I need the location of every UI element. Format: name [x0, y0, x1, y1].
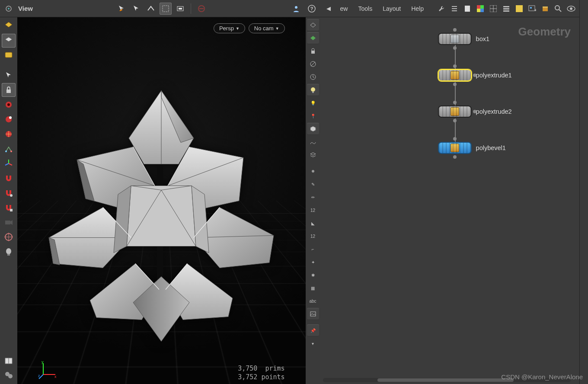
network-toolbar: ◀ ew Tools Layout Help + — [320, 0, 579, 17]
tool-paint[interactable] — [2, 48, 16, 62]
user-icon[interactable] — [290, 3, 302, 15]
tool-lock[interactable] — [2, 83, 16, 97]
node-box1[interactable]: box1 — [438, 33, 489, 45]
do-lock-icon[interactable] — [307, 45, 319, 57]
select-visible-icon[interactable] — [130, 3, 142, 15]
do-marker-icon[interactable]: 📌 — [307, 324, 319, 336]
chevron-down-icon: ▼ — [236, 26, 240, 31]
do-pen-icon[interactable]: ✏ — [307, 191, 319, 203]
node-polyextrude2[interactable]: polyextrude2 — [438, 106, 512, 118]
pane-gutter — [579, 0, 588, 384]
do-dot-icon[interactable] — [307, 165, 319, 177]
tool-book[interactable] — [2, 354, 16, 368]
svg-point-66 — [311, 87, 315, 92]
do-ghost-icon[interactable] — [307, 32, 319, 44]
svg-rect-23 — [10, 209, 13, 211]
area-select-icon[interactable] — [160, 3, 172, 15]
svg-point-15 — [9, 116, 12, 119]
do-graph-icon[interactable]: ✱ — [307, 269, 319, 281]
tool-light[interactable] — [2, 245, 16, 259]
node-label: polyextrude2 — [476, 108, 512, 115]
snapshot-icon[interactable] — [174, 3, 186, 15]
tool-shader[interactable] — [2, 19, 16, 33]
tool-camera[interactable] — [2, 215, 16, 229]
tool-magnet2[interactable] — [2, 186, 16, 200]
do-angle-icon[interactable]: ⌐ — [307, 243, 319, 255]
table-icon[interactable] — [488, 3, 499, 14]
menu-tools[interactable]: Tools — [354, 3, 377, 14]
do-curve-icon[interactable] — [307, 136, 319, 148]
tool-magnet3[interactable] — [2, 201, 16, 214]
do-bulb-plus-icon[interactable]: 💡 — [307, 97, 319, 109]
tool-snap-red3[interactable] — [2, 127, 16, 141]
do-brush-icon[interactable]: ✎ — [307, 178, 319, 190]
tool-snap-red1[interactable] — [2, 98, 16, 112]
svg-rect-10 — [5, 52, 12, 58]
tree-icon[interactable] — [501, 3, 512, 14]
network-pane: ◀ ew Tools Layout Help + Geometry — [320, 0, 588, 384]
node-polyextrude1[interactable]: polyextrude1 — [438, 69, 512, 81]
view-menu-icon[interactable] — [3, 3, 15, 15]
svg-rect-79 — [503, 8, 509, 10]
svg-rect-82 — [529, 6, 535, 11]
svg-point-83 — [530, 7, 532, 9]
viewport-3d[interactable]: Persp▼ No cam▼ — [17, 17, 306, 384]
chevron-down-icon: ▼ — [275, 26, 279, 31]
do-layers-icon[interactable] — [307, 149, 319, 161]
wrench-icon[interactable] — [436, 3, 447, 14]
svg-marker-49 — [127, 186, 196, 246]
doc-icon[interactable] — [462, 3, 473, 14]
do-wireframe-icon[interactable] — [307, 19, 319, 31]
do-xray-icon[interactable] — [307, 58, 319, 70]
do-num12b-icon[interactable]: 12 — [307, 230, 319, 242]
help-icon[interactable]: ? — [306, 3, 318, 15]
menu-help[interactable]: Help — [407, 3, 428, 14]
svg-rect-24 — [5, 221, 10, 224]
svg-text:+: + — [534, 8, 536, 12]
select-mode-icon[interactable] — [115, 3, 128, 15]
do-abc-icon[interactable]: abc — [307, 295, 319, 307]
nav-back-icon[interactable]: ◀ — [323, 3, 334, 14]
node-polybevel1[interactable]: polybevel1 — [438, 142, 506, 154]
watermark: CSDN @Karon_NeverAlone — [501, 373, 583, 381]
svg-rect-29 — [7, 254, 10, 256]
do-caret-icon[interactable]: ▾ — [307, 337, 319, 349]
do-bulb-icon[interactable] — [307, 84, 319, 96]
tool-align[interactable] — [2, 142, 16, 156]
search-icon[interactable] — [553, 3, 564, 14]
package-icon[interactable] — [540, 3, 551, 14]
tool-snap-red2[interactable] — [2, 112, 16, 126]
camera-dropdown[interactable]: No cam▼ — [249, 23, 285, 33]
do-image-icon[interactable] — [307, 308, 319, 320]
grid-color-icon[interactable] — [475, 3, 486, 14]
do-box-icon[interactable]: ▦ — [307, 282, 319, 294]
network-canvas[interactable]: Geometry box1 polyextrude1 pol — [320, 17, 579, 384]
do-num12a-icon[interactable]: 12 — [307, 204, 319, 216]
network-context-title: Geometry — [518, 25, 571, 38]
image-add-icon[interactable]: + — [527, 3, 538, 14]
svg-rect-69 — [310, 312, 316, 316]
menu-ew[interactable]: ew — [336, 3, 352, 14]
eye-icon[interactable] — [566, 3, 577, 14]
do-net-icon[interactable]: ✦ — [307, 256, 319, 268]
list-icon[interactable] — [449, 3, 460, 14]
do-cube-icon[interactable] — [307, 123, 319, 135]
tool-select[interactable] — [2, 68, 16, 82]
disable-icon[interactable] — [195, 3, 208, 15]
tool-axis[interactable] — [2, 157, 16, 170]
tool-target[interactable] — [2, 230, 16, 244]
do-pin-icon[interactable]: 📍 — [307, 110, 319, 122]
svg-rect-86 — [543, 6, 548, 8]
menu-layout[interactable]: Layout — [378, 3, 405, 14]
persp-dropdown[interactable]: Persp▼ — [214, 23, 245, 33]
tool-magnet1[interactable] — [2, 171, 16, 185]
do-clock-icon[interactable] — [307, 71, 319, 83]
svg-rect-62 — [311, 51, 315, 54]
note-icon[interactable] — [514, 3, 525, 14]
tool-film[interactable] — [2, 368, 16, 382]
tool-primitive[interactable] — [2, 34, 16, 48]
svg-rect-85 — [543, 7, 548, 11]
select-contained-icon[interactable] — [145, 3, 157, 15]
do-tag-icon[interactable]: ◣ — [307, 217, 319, 229]
axis-gizmo: y x z — [38, 360, 58, 380]
